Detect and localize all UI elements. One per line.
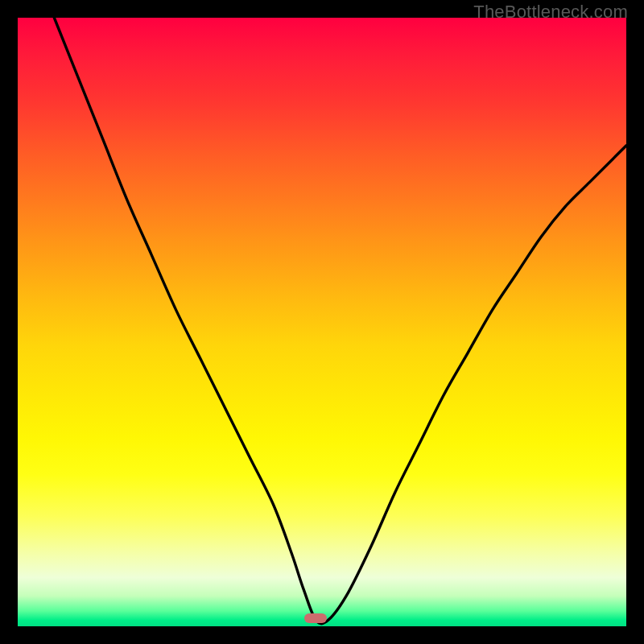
bottleneck-curve-path xyxy=(54,18,626,624)
bottleneck-curve-svg xyxy=(18,18,626,626)
optimal-marker xyxy=(304,613,327,623)
chart-stage: TheBottleneck.com xyxy=(0,0,644,644)
watermark-text: TheBottleneck.com xyxy=(473,2,628,23)
plot-area xyxy=(18,18,626,626)
